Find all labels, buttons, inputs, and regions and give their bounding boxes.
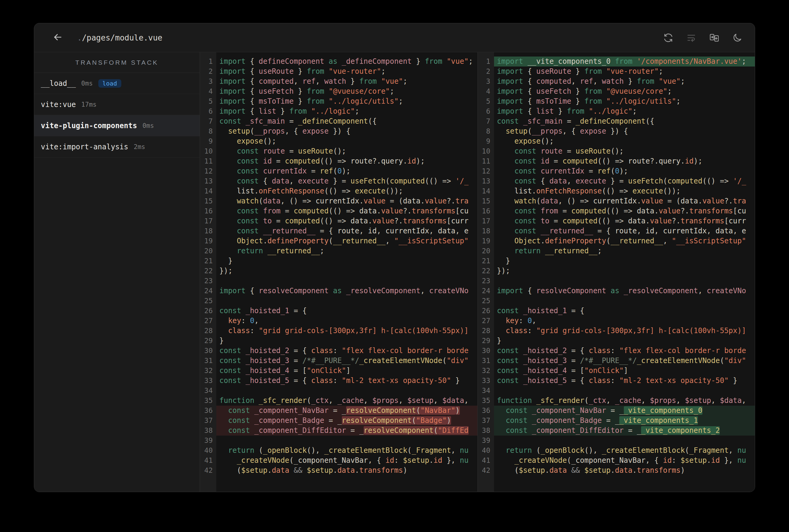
line-number-gutter: 1234567891011121314151617181920212223242…	[200, 52, 216, 492]
line-number: 28	[478, 326, 494, 336]
line-number: 12	[200, 166, 216, 176]
code-line	[494, 386, 755, 396]
code-line: import __vite_components_0 from '/compon…	[494, 57, 755, 66]
code-line: list.onFetchResponse(() => execute());	[216, 186, 477, 196]
path-prefix: .	[77, 33, 82, 42]
line-number: 4	[478, 87, 494, 96]
line-number: 14	[200, 186, 216, 196]
titlebar-actions	[663, 32, 743, 43]
code-line: import { list } from "../logic";	[216, 107, 477, 116]
code-line: const _sfc_main = _defineComponent({	[216, 116, 477, 126]
line-number: 42	[200, 466, 216, 475]
refresh-icon[interactable]	[663, 32, 674, 43]
code-line	[216, 296, 477, 306]
line-number: 31	[478, 356, 494, 366]
line-number: 16	[478, 206, 494, 216]
line-number: 22	[478, 266, 494, 276]
line-number: 36	[200, 406, 216, 416]
line-number: 23	[478, 276, 494, 286]
content-area: TRANSFORM STACK __load__0msloadvite:vue1…	[34, 52, 755, 492]
code-line: const _hoisted_2 = { class: "flex flex-c…	[216, 346, 477, 356]
code-line: import { defineComponent as _defineCompo…	[216, 57, 477, 66]
line-number: 14	[478, 186, 494, 196]
line-number: 9	[200, 136, 216, 146]
line-number: 20	[200, 246, 216, 256]
sidebar-item-vite-vue[interactable]: vite:vue17ms	[34, 94, 200, 115]
code-line: const from = computed(() => data.value?.…	[216, 206, 477, 216]
code-line: return (_openBlock(), _createElementBloc…	[216, 445, 477, 456]
code-line: });	[494, 266, 755, 276]
code-line: const { data, execute } = useFetch(compu…	[494, 176, 755, 186]
load-badge: load	[98, 79, 121, 88]
moon-icon[interactable]	[732, 32, 743, 43]
code-line: setup(__props, { expose }) {	[216, 126, 477, 136]
page-title: ./pages/module.vue	[77, 33, 163, 42]
titlebar: ./pages/module.vue	[34, 23, 755, 52]
line-number: 24	[200, 286, 216, 296]
code-line: const _sfc_main = _defineComponent({	[494, 116, 755, 126]
code-line: Object.defineProperty(__returned__, "__i…	[494, 236, 755, 246]
line-number: 24	[478, 286, 494, 296]
plugin-name: vite:import-analysis	[41, 143, 128, 151]
line-number-gutter: 1234567891011121314151617181920212223242…	[478, 52, 494, 492]
code-panel-right[interactable]: 1234567891011121314151617181920212223242…	[477, 52, 755, 492]
line-number: 12	[478, 166, 494, 176]
code-line: _createVNode(_component_NavBar, { id: $s…	[494, 456, 755, 466]
line-number: 27	[200, 316, 216, 326]
sidebar-item-vite-import-analysis[interactable]: vite:import-analysis2ms	[34, 136, 200, 157]
code-panel-left[interactable]: 1234567891011121314151617181920212223242…	[200, 52, 477, 492]
line-number: 35	[200, 396, 216, 406]
code-line: const from = computed(() => data.value?.…	[494, 206, 755, 216]
code-line: const route = useRoute();	[216, 146, 477, 156]
sidebar-item--load-[interactable]: __load__0msload	[34, 73, 200, 94]
code-line: import { msToTime } from "../logic/utils…	[216, 96, 477, 107]
transform-stack-header: TRANSFORM STACK	[34, 52, 200, 73]
code-line: return (_openBlock(), _createElementBloc…	[494, 445, 755, 456]
line-number: 13	[478, 176, 494, 186]
code-line: });	[216, 266, 477, 276]
code-line: const _hoisted_5 = { class: "ml-2 text-x…	[216, 376, 477, 386]
code-line: const _hoisted_5 = { class: "ml-2 text-x…	[494, 376, 755, 386]
code-line: import { resolveComponent as _resolveCom…	[494, 286, 755, 296]
back-button[interactable]	[51, 31, 65, 44]
code-line: const id = computed(() => route?.query.i…	[216, 156, 477, 166]
code-line: const _component_NavBar = __vite_compone…	[494, 406, 755, 416]
code-line: const _component_Badge = _resolveCompone…	[216, 416, 477, 425]
code-line: const currentIdx = ref(0);	[216, 166, 477, 176]
line-number: 42	[478, 466, 494, 475]
line-number: 6	[478, 107, 494, 116]
app-window: ./pages/module.vue TRANSFORM STACK __loa…	[34, 23, 755, 492]
code-line: const __returned__ = { route, id, curren…	[494, 226, 755, 236]
code-line: }	[216, 336, 477, 346]
line-number: 37	[478, 416, 494, 425]
code-lines: import { defineComponent as _defineCompo…	[216, 52, 477, 492]
diff-panels-icon[interactable]	[709, 32, 720, 43]
wrap-lines-icon[interactable]	[686, 32, 697, 43]
sidebar-item-vite-plugin-components[interactable]: vite-plugin-components0ms	[34, 115, 200, 136]
code-line: key: 0,	[216, 316, 477, 326]
line-number: 29	[200, 336, 216, 346]
code-line: }	[494, 336, 755, 346]
code-line: }	[216, 256, 477, 266]
line-number: 27	[478, 316, 494, 326]
code-line: Object.defineProperty(__returned__, "__i…	[216, 236, 477, 246]
code-line: }	[494, 256, 755, 266]
line-number: 17	[478, 216, 494, 226]
line-number: 31	[200, 356, 216, 366]
plugin-name: vite-plugin-components	[41, 121, 137, 130]
line-number: 6	[200, 107, 216, 116]
line-number: 18	[200, 226, 216, 236]
plugin-time: 0ms	[81, 80, 93, 87]
code-line: import { resolveComponent as _resolveCom…	[216, 286, 477, 296]
code-line: const _hoisted_2 = { class: "flex flex-c…	[494, 346, 755, 356]
plugin-time: 17ms	[81, 101, 97, 108]
code-line: list.onFetchResponse(() => execute());	[494, 186, 755, 196]
line-number: 36	[478, 406, 494, 416]
arrow-left-icon	[52, 32, 63, 44]
line-number: 7	[200, 116, 216, 126]
line-number: 30	[478, 346, 494, 356]
line-number: 4	[200, 87, 216, 96]
code-line: const _component_Badge = __vite_componen…	[494, 416, 755, 425]
line-number: 38	[200, 425, 216, 436]
line-number: 40	[478, 445, 494, 456]
